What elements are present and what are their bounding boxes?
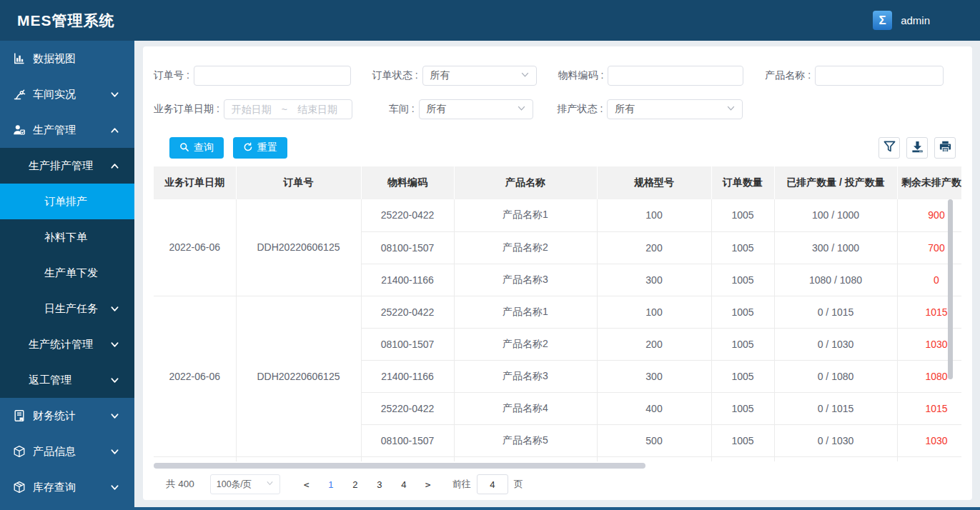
- sidebar-item-production-schedule-mgmt[interactable]: 生产排产管理: [0, 148, 134, 184]
- table-row-partial: [154, 456, 961, 461]
- cell-empty: [154, 456, 236, 461]
- reset-button[interactable]: 重置: [233, 137, 287, 159]
- chevron-down-icon: [110, 304, 119, 314]
- sigma-icon: Σ: [873, 11, 892, 30]
- sidebar-item-rework-mgmt[interactable]: 返工管理: [0, 362, 134, 398]
- page-number-list: 1234: [319, 479, 416, 490]
- schedule-status-label: 排产状态 :: [558, 103, 603, 116]
- sidebar-item-data-view[interactable]: 数据视图: [0, 41, 134, 76]
- prev-page-button[interactable]: <: [297, 479, 317, 490]
- print-button[interactable]: [934, 137, 956, 159]
- actions-toolbar: 查询 重置: [154, 137, 961, 159]
- page-number-1[interactable]: 1: [321, 479, 341, 490]
- cell-empty: [361, 456, 454, 461]
- order-date-label: 业务订单日期 :: [154, 103, 219, 116]
- sidebar-item-workshop-live[interactable]: 车间实况: [0, 76, 134, 112]
- col-header-remaining: 剩余未排产数量: [897, 166, 961, 199]
- col-header-scheduled-invested: 已排产数量 / 投产数量: [774, 166, 897, 199]
- cell-spec: 200: [597, 328, 711, 360]
- page-size-value: 100条/页: [217, 479, 252, 491]
- col-header-order-qty: 订单数量: [711, 166, 774, 199]
- goto-label: 前往: [452, 478, 471, 491]
- col-header-order-no: 订单号: [236, 166, 361, 199]
- sidebar-item-finance-stats[interactable]: 财务统计: [0, 398, 134, 434]
- table-row: 2022-06-06DDH2022060612525220-0422产品名称11…: [154, 199, 961, 231]
- order-status-select[interactable]: 所有: [422, 66, 537, 86]
- chevron-down-icon: [110, 376, 119, 385]
- cell-empty: [454, 456, 597, 461]
- page-number-2[interactable]: 2: [345, 479, 365, 490]
- search-button-label: 查询: [194, 141, 214, 154]
- chevron-down-icon: [110, 340, 119, 349]
- reset-button-label: 重置: [257, 141, 277, 154]
- horizontal-scrollbar-thumb[interactable]: [154, 463, 645, 469]
- cell-spec: 100: [597, 199, 711, 231]
- search-button[interactable]: 查询: [169, 137, 224, 159]
- chevron-down-icon: [726, 104, 736, 115]
- sidebar-item-production-stats-mgmt[interactable]: 生产统计管理: [0, 326, 134, 362]
- cell-spec: 500: [597, 424, 711, 456]
- sidebar-item-label: 返工管理: [29, 374, 71, 387]
- user-menu[interactable]: Σ admin: [873, 11, 930, 30]
- page-number-3[interactable]: 3: [370, 479, 390, 490]
- page-number-4[interactable]: 4: [394, 479, 414, 490]
- sidebar-item-order-schedule[interactable]: 订单排产: [0, 184, 134, 219]
- sidebar-item-label: 产品信息: [33, 445, 76, 459]
- chevron-down-icon: [110, 90, 119, 99]
- sidebar-item-material-supplement[interactable]: 补料下单: [0, 219, 134, 255]
- top-header: MES管理系统 Σ admin: [0, 0, 980, 41]
- download-button[interactable]: [906, 137, 928, 159]
- sidebar-item-inventory-query[interactable]: 库存查询: [0, 469, 134, 505]
- goto-page-input[interactable]: [477, 474, 508, 494]
- sidebar-item-label: 生产统计管理: [29, 338, 93, 351]
- cell-scheduled-invested: 0 / 1030: [774, 328, 897, 360]
- cell-product-name: 产品名称3: [454, 360, 597, 392]
- sidebar-item-production-mgmt[interactable]: 生产管理: [0, 112, 134, 148]
- mes-app: MES管理系统 Σ admin 数据视图车间实况生产管理生产排产管理订单排产补料…: [0, 0, 980, 510]
- sidebar-item-production-order-issue[interactable]: 生产单下发: [0, 255, 134, 291]
- cell-scheduled-invested: 0 / 1015: [774, 392, 897, 424]
- order-status-label: 订单状态 :: [372, 69, 418, 82]
- cell-scheduled-invested: 1080 / 1080: [774, 264, 897, 296]
- cell-empty: [711, 456, 774, 461]
- cell-order-qty: 1005: [711, 264, 774, 296]
- cell-empty: [597, 456, 711, 461]
- horizontal-scrollbar[interactable]: [154, 463, 961, 469]
- schedule-status-select[interactable]: 所有: [607, 99, 743, 119]
- sidebar-item-daily-production-task[interactable]: 日生产任务: [0, 291, 134, 326]
- chevron-up-icon: [110, 161, 119, 171]
- cell-scheduled-invested: 0 / 1080: [774, 360, 897, 392]
- sidebar-submenu: 生产排产管理订单排产补料下单生产单下发日生产任务生产统计管理返工管理: [0, 148, 134, 398]
- sidebar-item-label: 生产单下发: [44, 266, 98, 280]
- cell-empty: [897, 456, 961, 461]
- cell-spec: 200: [597, 231, 711, 264]
- workshop-select[interactable]: 所有: [419, 99, 533, 119]
- sidebar-item-label: 数据视图: [33, 52, 76, 66]
- product-name-input[interactable]: [815, 66, 944, 86]
- cell-empty: [236, 456, 361, 461]
- vertical-scrollbar[interactable]: [948, 199, 953, 379]
- cell-spec: 300: [597, 360, 711, 392]
- filter-button[interactable]: [878, 137, 900, 159]
- next-page-button[interactable]: >: [418, 479, 438, 490]
- cell-product-name: 产品名称1: [454, 199, 597, 231]
- cube-icon: [12, 445, 26, 459]
- total-count: 共 400: [166, 478, 194, 491]
- order-date-range-input[interactable]: [224, 99, 352, 119]
- sidebar-item-product-info[interactable]: 产品信息: [0, 434, 134, 469]
- material-code-input[interactable]: [608, 66, 743, 86]
- cell-order-qty: 1005: [711, 392, 774, 424]
- chevron-down-icon: [110, 411, 119, 421]
- document-icon: [12, 409, 26, 423]
- chevron-down-icon: [110, 483, 119, 492]
- cell-order-date: 2022-06-06: [154, 199, 236, 296]
- cell-material-code: 21400-1166: [361, 360, 454, 392]
- sidebar-item-label: 库存查询: [33, 481, 76, 494]
- printer-icon: [939, 140, 952, 156]
- order-no-input[interactable]: [194, 66, 351, 86]
- chevron-up-icon: [110, 126, 119, 135]
- cell-order-date: 2022-06-06: [154, 296, 236, 456]
- cell-spec: 400: [597, 392, 711, 424]
- page-size-select[interactable]: 100条/页: [210, 474, 280, 494]
- content-area: 订单号 : 订单状态 : 所有 物料编码 :: [134, 41, 980, 507]
